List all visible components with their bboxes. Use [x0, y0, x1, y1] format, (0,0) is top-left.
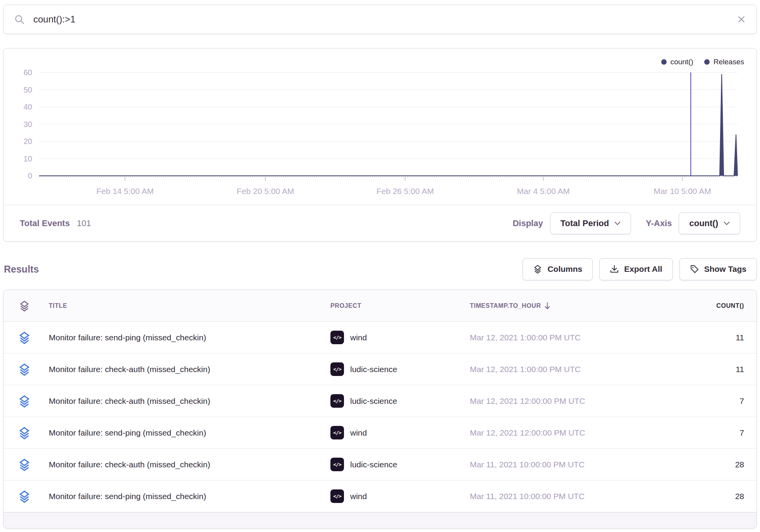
results-actions: ColumnsExport AllShow Tags [523, 258, 757, 280]
project-platform-icon: </> [330, 458, 344, 471]
column-header-project[interactable]: PROJECT [330, 302, 470, 309]
svg-text:Feb 26 5:00 AM: Feb 26 5:00 AM [377, 187, 434, 196]
column-header-timestamp[interactable]: TIMESTAMP.TO_HOUR [470, 302, 662, 310]
project-platform-icon: </> [330, 394, 344, 408]
column-header-title[interactable]: TITLE [45, 302, 330, 309]
svg-text:Feb 20 5:00 AM: Feb 20 5:00 AM [237, 187, 294, 196]
project-name: ludic-science [350, 460, 397, 469]
display-dropdown[interactable]: Total Period [550, 213, 631, 234]
table-footer [3, 512, 757, 528]
table-row[interactable]: Monitor failure: check-auth (missed_chec… [3, 449, 757, 481]
row-title-link[interactable]: Monitor failure: check-auth (missed_chec… [45, 460, 330, 469]
show-tags-button[interactable]: Show Tags [679, 258, 757, 280]
yaxis-dropdown[interactable]: count() [679, 213, 740, 234]
events-chart: 0102030405060Feb 14 5:00 AMFeb 20 5:00 A… [3, 68, 757, 207]
svg-text:Mar 4 5:00 AM: Mar 4 5:00 AM [517, 187, 570, 196]
row-count: 28 [735, 492, 744, 501]
row-title-link[interactable]: Monitor failure: send-ping (missed_check… [45, 428, 330, 438]
legend-label: Releases [714, 58, 744, 66]
row-count: 7 [739, 396, 744, 406]
header-stack-icon-cell [3, 300, 45, 312]
stack-icon [18, 426, 31, 439]
svg-text:30: 30 [24, 120, 32, 129]
project-name: ludic-science [350, 396, 397, 406]
stack-icon [18, 363, 31, 376]
export-all-button[interactable]: Export All [599, 258, 672, 280]
tag-icon [690, 264, 699, 274]
legend-label: count() [671, 58, 693, 66]
row-timestamp: Mar 12, 2021 1:00:00 PM UTC [470, 365, 662, 374]
row-timestamp: Mar 12, 2021 1:00:00 PM UTC [470, 333, 662, 342]
svg-text:10: 10 [24, 154, 32, 163]
display-label: Display [512, 218, 543, 228]
results-table: TITLE PROJECT TIMESTAMP.TO_HOUR COUNT() … [3, 290, 757, 529]
row-stack-icon-cell [3, 426, 45, 439]
button-label: Export All [624, 264, 662, 274]
stack-icon [18, 490, 31, 503]
events-chart-panel: count()Releases 0102030405060Feb 14 5:00… [3, 48, 757, 242]
total-events-label: Total Events [20, 218, 70, 228]
row-timestamp: Mar 12, 2021 12:00:00 PM UTC [470, 396, 662, 406]
row-title-link[interactable]: Monitor failure: check-auth (missed_chec… [45, 365, 330, 374]
button-label: Show Tags [704, 264, 746, 274]
search-icon [14, 14, 25, 25]
svg-text:50: 50 [24, 86, 32, 94]
project-platform-icon: </> [330, 489, 344, 503]
row-stack-icon-cell [3, 458, 45, 471]
legend-item[interactable]: Releases [704, 58, 744, 66]
legend-dot-icon [704, 59, 710, 65]
table-row[interactable]: Monitor failure: check-auth (missed_chec… [3, 385, 757, 417]
table-row[interactable]: Monitor failure: send-ping (missed_check… [3, 322, 757, 354]
search-input[interactable] [33, 14, 737, 25]
chevron-down-icon [724, 221, 730, 225]
stack-icon [18, 331, 31, 344]
legend-item[interactable]: count() [661, 58, 693, 66]
row-title-link[interactable]: Monitor failure: check-auth (missed_chec… [45, 396, 330, 406]
row-project: </> wind [330, 489, 470, 503]
row-count: 11 [736, 365, 744, 374]
yaxis-label: Y-Axis [646, 218, 672, 228]
stack-icon [19, 300, 30, 312]
columns-button[interactable]: Columns [523, 258, 593, 280]
svg-text:Feb 14 5:00 AM: Feb 14 5:00 AM [96, 187, 154, 196]
row-project: </> wind [330, 331, 470, 344]
row-count: 11 [736, 333, 744, 342]
row-stack-icon-cell [3, 395, 45, 408]
sort-desc-arrow-icon [544, 302, 550, 310]
project-name: wind [350, 428, 367, 438]
project-name: wind [350, 333, 367, 342]
display-dropdown-value: Total Period [561, 218, 609, 228]
chart-summary-row: Total Events 101 Display Total Period Y-… [3, 205, 757, 241]
table-row[interactable]: Monitor failure: send-ping (missed_check… [3, 417, 757, 449]
row-project: </> ludic-science [330, 458, 470, 471]
svg-text:60: 60 [24, 68, 32, 77]
download-icon [610, 264, 619, 274]
project-platform-icon: </> [330, 331, 344, 344]
row-timestamp: Mar 11, 2021 10:00:00 PM UTC [470, 460, 662, 469]
row-title-link[interactable]: Monitor failure: send-ping (missed_check… [45, 492, 330, 501]
row-timestamp: Mar 12, 2021 12:00:00 PM UTC [470, 428, 662, 438]
row-stack-icon-cell [3, 490, 45, 503]
row-project: </> ludic-science [330, 362, 470, 376]
project-name: ludic-science [350, 365, 397, 374]
table-row[interactable]: Monitor failure: check-auth (missed_chec… [3, 354, 757, 385]
svg-text:0: 0 [28, 172, 32, 180]
chart-legend: count()Releases [661, 58, 744, 66]
search-bar[interactable] [3, 5, 757, 34]
column-header-count[interactable]: COUNT() [716, 302, 744, 309]
row-stack-icon-cell [3, 363, 45, 376]
results-header: Results ColumnsExport AllShow Tags [3, 257, 757, 281]
row-title-link[interactable]: Monitor failure: send-ping (missed_check… [45, 333, 330, 342]
svg-text:20: 20 [24, 137, 32, 146]
yaxis-dropdown-value: count() [689, 218, 718, 228]
close-icon[interactable] [737, 15, 746, 24]
svg-text:40: 40 [24, 103, 32, 111]
legend-dot-icon [661, 59, 667, 65]
table-row[interactable]: Monitor failure: send-ping (missed_check… [3, 481, 757, 512]
stack-icon [533, 264, 542, 274]
column-header-timestamp-label: TIMESTAMP.TO_HOUR [470, 302, 541, 309]
stack-icon [18, 458, 31, 471]
row-count: 7 [739, 428, 744, 438]
svg-text:Mar 10 5:00 AM: Mar 10 5:00 AM [653, 187, 711, 196]
project-name: wind [350, 492, 367, 501]
